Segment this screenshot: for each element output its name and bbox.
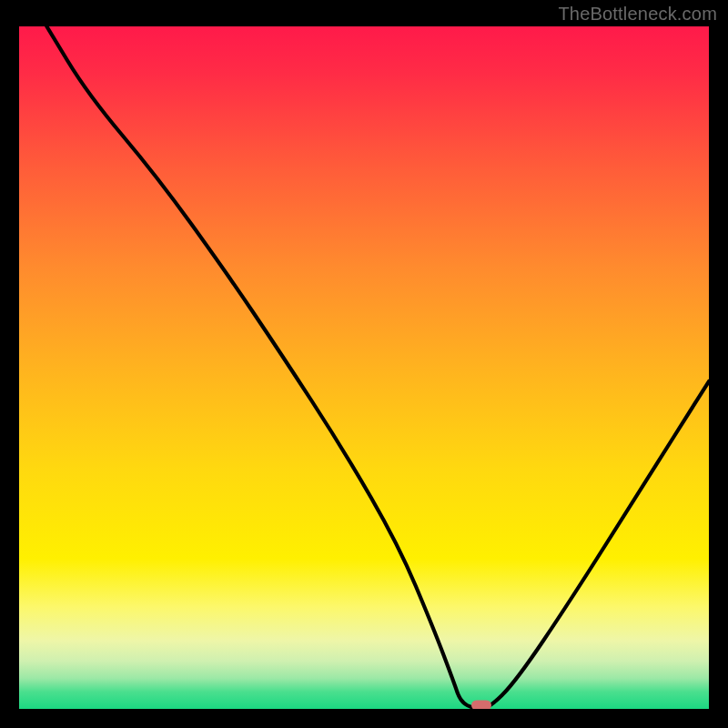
chart-curve: [19, 26, 709, 709]
chart-frame: [16, 24, 712, 712]
stage: TheBottleneck.com: [0, 0, 728, 728]
optimal-point-marker: [471, 701, 491, 709]
watermark-text: TheBottleneck.com: [558, 4, 717, 25]
chart-plot-area: [19, 26, 709, 709]
bottleneck-curve-path: [46, 26, 709, 709]
